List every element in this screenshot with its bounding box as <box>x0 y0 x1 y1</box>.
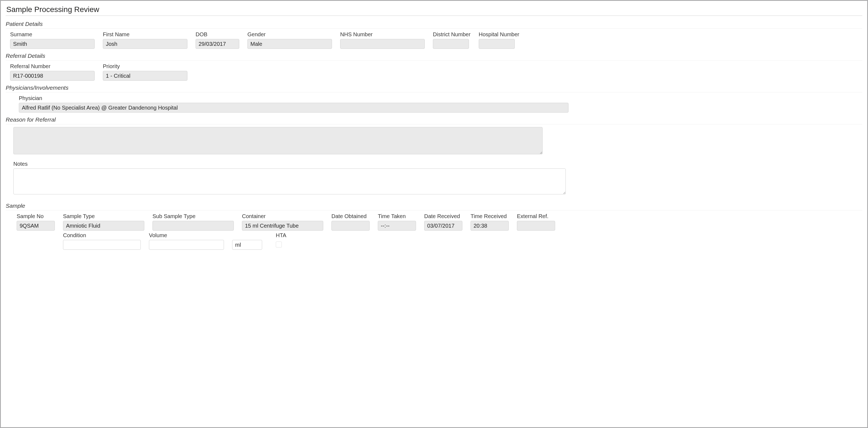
gender-field[interactable] <box>247 39 332 49</box>
priority-label: Priority <box>103 63 187 69</box>
page-title: Sample Processing Review <box>6 3 862 16</box>
district-field[interactable] <box>433 39 469 49</box>
sampleno-field[interactable] <box>17 221 55 231</box>
priority-field[interactable] <box>103 71 187 81</box>
datereceived-label: Date Received <box>424 213 462 220</box>
physician-label: Physician <box>19 95 568 101</box>
container-label: Container <box>242 213 323 220</box>
dateobtained-field[interactable] <box>332 221 370 231</box>
refnum-label: Referral Number <box>10 63 95 69</box>
container-field[interactable] <box>242 221 323 231</box>
dob-field[interactable] <box>195 39 239 49</box>
hospital-field[interactable] <box>479 39 515 49</box>
volume-unit-select[interactable]: ml <box>232 240 262 250</box>
section-header-sample: Sample <box>6 202 862 210</box>
subsampletype-label: Sub Sample Type <box>153 213 234 220</box>
section-header-physicians: Physicians/Involvements <box>6 85 862 92</box>
condition-select[interactable] <box>63 240 141 250</box>
section-header-patient: Patient Details <box>6 21 862 29</box>
sampletype-field[interactable] <box>63 221 144 231</box>
nhs-field[interactable] <box>340 39 425 49</box>
gender-label: Gender <box>247 31 332 38</box>
externalref-field[interactable] <box>517 221 555 231</box>
datereceived-field[interactable] <box>424 221 462 231</box>
volume-label: Volume <box>149 232 262 238</box>
condition-label: Condition <box>63 232 141 238</box>
timereceived-field[interactable] <box>470 221 509 231</box>
district-label: District Number <box>433 31 470 38</box>
hospital-label: Hospital Number <box>479 31 519 38</box>
timereceived-label: Time Received <box>470 213 509 220</box>
timetaken-label: Time Taken <box>378 213 416 220</box>
sampleno-label: Sample No <box>17 213 55 220</box>
reason-field[interactable] <box>13 127 542 154</box>
hta-checkbox[interactable] <box>276 241 282 248</box>
dateobtained-label: Date Obtained <box>332 213 370 220</box>
firstname-field[interactable] <box>103 39 187 49</box>
subsampletype-field[interactable] <box>153 221 234 231</box>
notes-field[interactable] <box>13 168 566 194</box>
externalref-label: External Ref. <box>517 213 555 220</box>
physician-field[interactable] <box>19 103 568 112</box>
nhs-label: NHS Number <box>340 31 425 38</box>
surname-field[interactable] <box>10 39 95 49</box>
sampletype-label: Sample Type <box>63 213 144 220</box>
dob-label: DOB <box>195 31 239 38</box>
section-header-referral: Referral Details <box>6 53 862 61</box>
refnum-field[interactable] <box>10 71 95 81</box>
firstname-label: First Name <box>103 31 187 38</box>
surname-label: Surname <box>10 31 95 38</box>
section-header-reason: Reason for Referral <box>6 117 862 124</box>
timetaken-field[interactable] <box>378 221 416 231</box>
notes-label: Notes <box>13 161 566 167</box>
hta-label: HTA <box>276 232 286 238</box>
volume-field[interactable] <box>149 240 224 250</box>
